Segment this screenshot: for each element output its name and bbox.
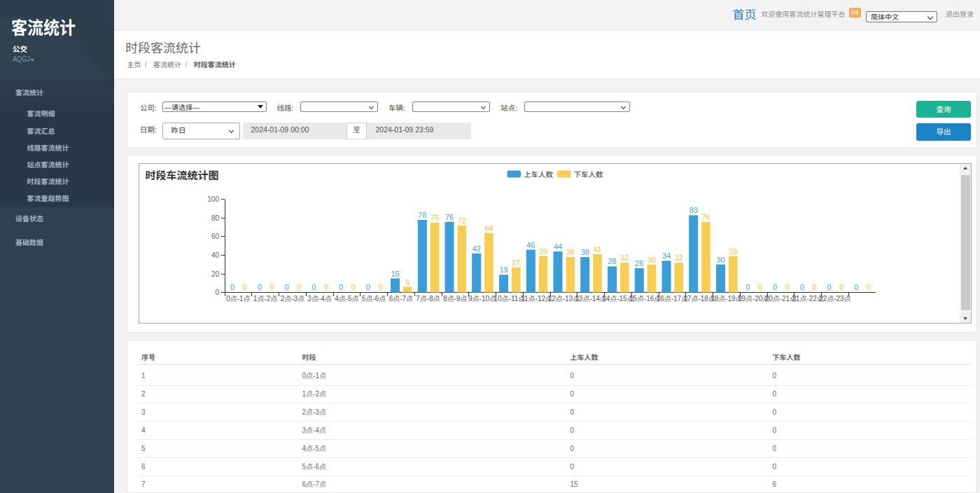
svg-text:0: 0 xyxy=(297,283,301,291)
svg-text:64: 64 xyxy=(484,224,493,232)
svg-text:83: 83 xyxy=(689,206,697,214)
svg-text:7点-8点: 7点-8点 xyxy=(416,295,440,303)
svg-text:下车人数: 下车人数 xyxy=(573,170,603,179)
svg-text:上车人数: 上车人数 xyxy=(524,170,553,179)
svg-text:0: 0 xyxy=(242,283,246,291)
svg-text:0: 0 xyxy=(785,283,789,291)
svg-text:22点-23点: 22点-23点 xyxy=(819,295,851,303)
svg-text:46: 46 xyxy=(526,241,535,249)
svg-text:3点-4点: 3点-4点 xyxy=(307,295,331,303)
svg-text:15: 15 xyxy=(391,270,399,278)
svg-text:0: 0 xyxy=(365,283,370,291)
svg-text:39: 39 xyxy=(538,247,547,256)
svg-text:80: 80 xyxy=(211,214,219,222)
svg-text:0: 0 xyxy=(827,283,831,291)
svg-text:19: 19 xyxy=(499,265,507,274)
svg-text:0: 0 xyxy=(284,283,288,291)
svg-text:1点-2点: 1点-2点 xyxy=(253,295,276,303)
svg-text:9点-10点: 9点-10点 xyxy=(468,295,496,303)
svg-text:0: 0 xyxy=(378,283,382,291)
svg-text:38: 38 xyxy=(566,248,574,256)
svg-text:0: 0 xyxy=(854,283,858,291)
svg-text:42: 42 xyxy=(472,244,480,253)
svg-text:6: 6 xyxy=(405,278,410,286)
svg-text:76: 76 xyxy=(444,213,453,221)
svg-text:75: 75 xyxy=(430,214,438,222)
svg-text:0: 0 xyxy=(866,283,870,291)
svg-text:0: 0 xyxy=(351,283,355,291)
svg-text:0: 0 xyxy=(257,283,261,291)
svg-text:27: 27 xyxy=(512,258,520,267)
svg-text:时段车流统计图: 时段车流统计图 xyxy=(145,169,218,181)
svg-text:40: 40 xyxy=(211,251,219,259)
svg-text:41: 41 xyxy=(593,245,601,254)
svg-text:32: 32 xyxy=(620,254,629,262)
svg-text:30: 30 xyxy=(647,256,655,264)
svg-text:78: 78 xyxy=(418,211,426,219)
svg-text:0: 0 xyxy=(312,283,316,291)
svg-text:0: 0 xyxy=(799,283,804,291)
svg-text:76: 76 xyxy=(701,213,710,221)
svg-text:5点-6点: 5点-6点 xyxy=(361,295,385,303)
svg-text:100: 100 xyxy=(207,195,219,203)
svg-text:0: 0 xyxy=(772,283,776,291)
svg-text:0: 0 xyxy=(270,283,274,291)
svg-text:2点-3点: 2点-3点 xyxy=(280,295,304,303)
svg-text:30: 30 xyxy=(716,256,724,264)
svg-text:44: 44 xyxy=(553,242,561,251)
svg-text:32: 32 xyxy=(674,254,682,262)
svg-text:0: 0 xyxy=(230,283,234,291)
svg-text:0: 0 xyxy=(746,283,750,291)
svg-text:4点-5点: 4点-5点 xyxy=(335,295,358,303)
svg-text:8点-9点: 8点-9点 xyxy=(443,295,467,303)
svg-text:0: 0 xyxy=(215,289,219,296)
svg-text:39: 39 xyxy=(729,247,737,256)
svg-text:20: 20 xyxy=(211,270,219,278)
svg-text:72: 72 xyxy=(457,216,465,225)
svg-text:6点-7点: 6点-7点 xyxy=(388,295,412,303)
svg-text:0: 0 xyxy=(323,283,328,291)
svg-text:0: 0 xyxy=(338,283,342,291)
svg-text:34: 34 xyxy=(662,251,670,260)
svg-text:28: 28 xyxy=(608,257,616,265)
svg-text:26: 26 xyxy=(635,259,643,268)
svg-text:0: 0 xyxy=(839,283,844,291)
svg-text:38: 38 xyxy=(580,248,589,256)
svg-text:60: 60 xyxy=(211,232,219,240)
svg-text:0点-1点: 0点-1点 xyxy=(226,295,250,303)
svg-text:0: 0 xyxy=(757,283,762,291)
svg-text:0: 0 xyxy=(812,283,816,291)
